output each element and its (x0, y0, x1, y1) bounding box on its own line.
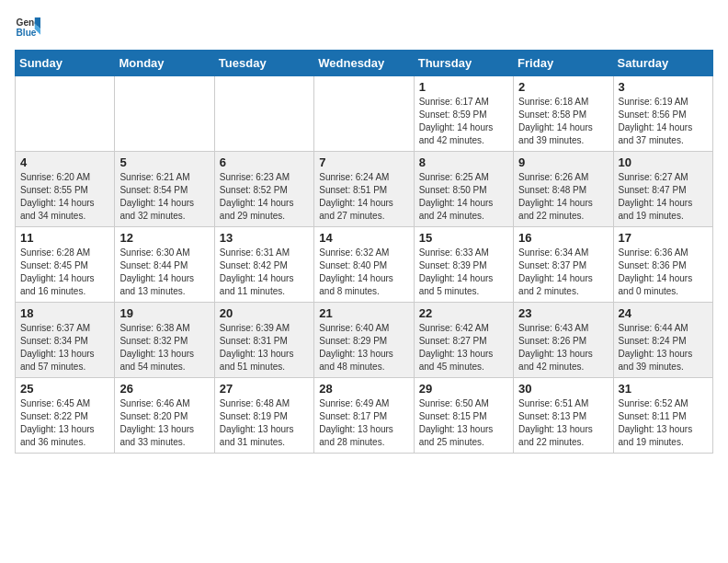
calendar-cell: 24Sunrise: 6:44 AM Sunset: 8:24 PM Dayli… (613, 303, 712, 378)
calendar-cell: 3Sunrise: 6:19 AM Sunset: 8:56 PM Daylig… (613, 76, 712, 152)
day-number: 13 (220, 231, 309, 245)
day-info: Sunrise: 6:27 AM Sunset: 8:47 PM Dayligh… (619, 171, 708, 223)
calendar-cell (214, 76, 313, 152)
day-header-sunday: Sunday (16, 51, 115, 76)
day-info: Sunrise: 6:24 AM Sunset: 8:51 PM Dayligh… (319, 171, 408, 223)
page-header: General Blue (15, 15, 713, 40)
day-number: 8 (419, 155, 508, 169)
day-number: 31 (619, 382, 708, 396)
calendar-cell: 7Sunrise: 6:24 AM Sunset: 8:51 PM Daylig… (314, 152, 414, 227)
calendar-header-row: SundayMondayTuesdayWednesdayThursdayFrid… (16, 51, 713, 76)
day-number: 1 (419, 80, 508, 94)
day-info: Sunrise: 6:31 AM Sunset: 8:42 PM Dayligh… (220, 247, 309, 298)
day-number: 24 (619, 306, 708, 320)
calendar-cell: 29Sunrise: 6:50 AM Sunset: 8:15 PM Dayli… (414, 378, 513, 454)
day-number: 30 (518, 382, 608, 396)
calendar-cell: 15Sunrise: 6:33 AM Sunset: 8:39 PM Dayli… (414, 227, 513, 303)
day-info: Sunrise: 6:19 AM Sunset: 8:56 PM Dayligh… (619, 96, 708, 147)
calendar-cell: 28Sunrise: 6:49 AM Sunset: 8:17 PM Dayli… (314, 378, 414, 454)
logo: General Blue (15, 15, 40, 40)
day-info: Sunrise: 6:46 AM Sunset: 8:20 PM Dayligh… (119, 397, 209, 449)
calendar-cell: 26Sunrise: 6:46 AM Sunset: 8:20 PM Dayli… (115, 378, 214, 454)
calendar-cell: 17Sunrise: 6:36 AM Sunset: 8:36 PM Dayli… (613, 227, 712, 303)
day-info: Sunrise: 6:39 AM Sunset: 8:31 PM Dayligh… (220, 322, 309, 373)
calendar-cell: 22Sunrise: 6:42 AM Sunset: 8:27 PM Dayli… (414, 303, 513, 378)
calendar-cell: 19Sunrise: 6:38 AM Sunset: 8:32 PM Dayli… (115, 303, 214, 378)
day-info: Sunrise: 6:48 AM Sunset: 8:19 PM Dayligh… (220, 397, 309, 449)
day-number: 17 (619, 231, 708, 245)
day-number: 9 (518, 155, 608, 169)
day-info: Sunrise: 6:28 AM Sunset: 8:45 PM Dayligh… (20, 247, 109, 298)
day-info: Sunrise: 6:44 AM Sunset: 8:24 PM Dayligh… (619, 322, 708, 373)
day-info: Sunrise: 6:33 AM Sunset: 8:39 PM Dayligh… (419, 247, 508, 298)
day-info: Sunrise: 6:50 AM Sunset: 8:15 PM Dayligh… (419, 397, 508, 449)
day-number: 12 (119, 231, 209, 245)
calendar-cell: 20Sunrise: 6:39 AM Sunset: 8:31 PM Dayli… (214, 303, 313, 378)
day-info: Sunrise: 6:49 AM Sunset: 8:17 PM Dayligh… (319, 397, 408, 449)
day-info: Sunrise: 6:26 AM Sunset: 8:48 PM Dayligh… (518, 171, 608, 223)
day-number: 2 (518, 80, 608, 94)
day-number: 5 (119, 155, 209, 169)
day-header-wednesday: Wednesday (314, 51, 414, 76)
calendar-cell: 27Sunrise: 6:48 AM Sunset: 8:19 PM Dayli… (214, 378, 313, 454)
calendar-cell (115, 76, 214, 152)
calendar-cell: 13Sunrise: 6:31 AM Sunset: 8:42 PM Dayli… (214, 227, 313, 303)
day-info: Sunrise: 6:32 AM Sunset: 8:40 PM Dayligh… (319, 247, 408, 298)
day-number: 21 (319, 306, 408, 320)
day-number: 6 (220, 155, 309, 169)
calendar-cell: 23Sunrise: 6:43 AM Sunset: 8:26 PM Dayli… (514, 303, 613, 378)
day-info: Sunrise: 6:51 AM Sunset: 8:13 PM Dayligh… (518, 397, 608, 449)
day-header-saturday: Saturday (613, 51, 712, 76)
day-number: 16 (518, 231, 608, 245)
day-number: 20 (220, 306, 309, 320)
calendar-cell: 10Sunrise: 6:27 AM Sunset: 8:47 PM Dayli… (613, 152, 712, 227)
calendar-week-row: 4Sunrise: 6:20 AM Sunset: 8:55 PM Daylig… (16, 152, 713, 227)
day-number: 28 (319, 382, 408, 396)
day-info: Sunrise: 6:34 AM Sunset: 8:37 PM Dayligh… (518, 247, 608, 298)
calendar-cell: 1Sunrise: 6:17 AM Sunset: 8:59 PM Daylig… (414, 76, 513, 152)
calendar-cell: 21Sunrise: 6:40 AM Sunset: 8:29 PM Dayli… (314, 303, 414, 378)
day-number: 19 (119, 306, 209, 320)
day-info: Sunrise: 6:37 AM Sunset: 8:34 PM Dayligh… (20, 322, 109, 373)
calendar-week-row: 18Sunrise: 6:37 AM Sunset: 8:34 PM Dayli… (16, 303, 713, 378)
day-info: Sunrise: 6:17 AM Sunset: 8:59 PM Dayligh… (419, 96, 508, 147)
day-info: Sunrise: 6:42 AM Sunset: 8:27 PM Dayligh… (419, 322, 508, 373)
calendar-cell: 30Sunrise: 6:51 AM Sunset: 8:13 PM Dayli… (514, 378, 613, 454)
day-number: 26 (119, 382, 209, 396)
calendar-week-row: 25Sunrise: 6:45 AM Sunset: 8:22 PM Dayli… (16, 378, 713, 454)
day-number: 23 (518, 306, 608, 320)
day-info: Sunrise: 6:21 AM Sunset: 8:54 PM Dayligh… (119, 171, 209, 223)
day-info: Sunrise: 6:40 AM Sunset: 8:29 PM Dayligh… (319, 322, 408, 373)
calendar-cell: 6Sunrise: 6:23 AM Sunset: 8:52 PM Daylig… (214, 152, 313, 227)
day-number: 29 (419, 382, 508, 396)
svg-text:Blue: Blue (17, 28, 37, 38)
day-number: 7 (319, 155, 408, 169)
day-number: 10 (619, 155, 708, 169)
calendar-week-row: 11Sunrise: 6:28 AM Sunset: 8:45 PM Dayli… (16, 227, 713, 303)
calendar-cell: 9Sunrise: 6:26 AM Sunset: 8:48 PM Daylig… (514, 152, 613, 227)
day-info: Sunrise: 6:38 AM Sunset: 8:32 PM Dayligh… (119, 322, 209, 373)
calendar-cell: 11Sunrise: 6:28 AM Sunset: 8:45 PM Dayli… (16, 227, 115, 303)
day-number: 18 (20, 306, 109, 320)
day-number: 27 (220, 382, 309, 396)
calendar-cell: 5Sunrise: 6:21 AM Sunset: 8:54 PM Daylig… (115, 152, 214, 227)
calendar-cell (16, 76, 115, 152)
day-number: 3 (619, 80, 708, 94)
day-header-thursday: Thursday (414, 51, 513, 76)
calendar-cell: 8Sunrise: 6:25 AM Sunset: 8:50 PM Daylig… (414, 152, 513, 227)
day-number: 25 (20, 382, 109, 396)
day-info: Sunrise: 6:36 AM Sunset: 8:36 PM Dayligh… (619, 247, 708, 298)
day-number: 22 (419, 306, 508, 320)
day-number: 15 (419, 231, 508, 245)
calendar-cell: 14Sunrise: 6:32 AM Sunset: 8:40 PM Dayli… (314, 227, 414, 303)
day-info: Sunrise: 6:23 AM Sunset: 8:52 PM Dayligh… (220, 171, 309, 223)
calendar-cell (314, 76, 414, 152)
day-number: 4 (20, 155, 109, 169)
day-header-monday: Monday (115, 51, 214, 76)
day-info: Sunrise: 6:18 AM Sunset: 8:58 PM Dayligh… (518, 96, 608, 147)
calendar-cell: 4Sunrise: 6:20 AM Sunset: 8:55 PM Daylig… (16, 152, 115, 227)
day-info: Sunrise: 6:45 AM Sunset: 8:22 PM Dayligh… (20, 397, 109, 449)
calendar-cell: 25Sunrise: 6:45 AM Sunset: 8:22 PM Dayli… (16, 378, 115, 454)
calendar-cell: 18Sunrise: 6:37 AM Sunset: 8:34 PM Dayli… (16, 303, 115, 378)
calendar-cell: 12Sunrise: 6:30 AM Sunset: 8:44 PM Dayli… (115, 227, 214, 303)
